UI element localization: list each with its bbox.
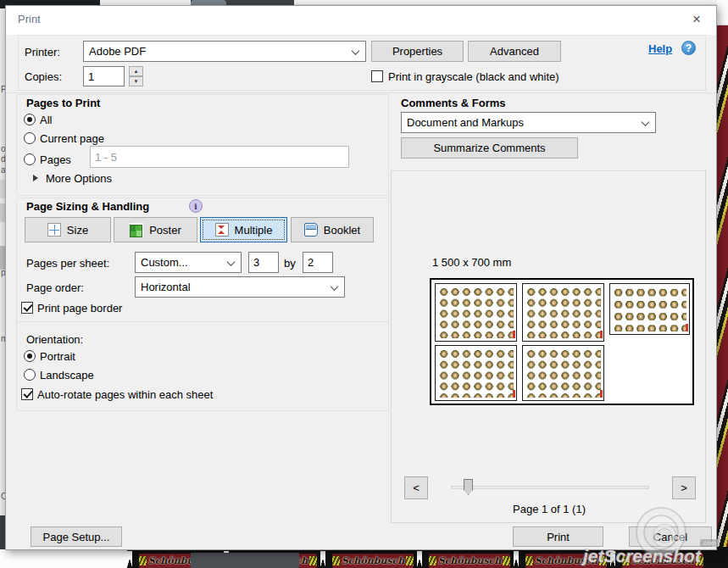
preview-page: [609, 283, 690, 335]
print-dialog: Print × Printer: Adobe PDF Properties Ad…: [5, 5, 717, 550]
label-deco: [309, 556, 317, 565]
red-mark: [513, 331, 515, 338]
chevron-down-icon: [227, 258, 236, 266]
watermark-com: .com: [700, 539, 718, 547]
grayscale-label: Print in grayscale (black and white): [388, 70, 559, 83]
prev-page-button[interactable]: <: [404, 476, 428, 499]
orientation-header: Orientation:: [26, 333, 83, 346]
grid-y-input[interactable]: 2: [303, 252, 333, 273]
portrait-label: Portrait: [40, 350, 75, 363]
help-link[interactable]: Help: [648, 42, 672, 55]
booklet-icon: [304, 223, 318, 237]
printer-label: Printer:: [25, 46, 60, 58]
divider: [6, 92, 716, 93]
page-setup-button[interactable]: Page Setup...: [31, 526, 122, 547]
label-deco: [406, 556, 414, 565]
chevron-down-icon: [642, 118, 650, 126]
more-options-toggle[interactable]: More Options: [46, 172, 112, 185]
print-border-checkbox[interactable]: [21, 302, 33, 314]
red-mark: [686, 324, 688, 331]
all-radio[interactable]: [24, 114, 36, 125]
preview-sheet: [430, 278, 694, 405]
landscape-radio[interactable]: [24, 369, 36, 381]
label-separator: [320, 551, 325, 568]
label-deco: [429, 556, 436, 565]
sizing-header: Page Sizing & Handling: [26, 200, 149, 213]
size-button[interactable]: Size: [25, 217, 111, 242]
printer-select[interactable]: Adobe PDF: [83, 41, 366, 62]
help-icon[interactable]: ?: [681, 41, 696, 55]
poster-icon: [130, 223, 143, 237]
copies-spin-down[interactable]: ▼: [129, 76, 143, 86]
dialog-title: Print: [18, 13, 41, 25]
info-icon[interactable]: i: [189, 199, 203, 213]
label-deco: [139, 556, 147, 565]
multiple-icon: [215, 223, 229, 237]
copies-label: Copies:: [25, 70, 62, 83]
background-bottom-left: [0, 549, 127, 568]
all-label: All: [40, 114, 52, 126]
close-icon[interactable]: ×: [687, 10, 706, 29]
divider: [16, 321, 389, 322]
page-order-select[interactable]: Horizontal: [135, 276, 345, 298]
current-page-label: Current page: [40, 132, 104, 145]
label-separator: [514, 551, 519, 568]
sheet-size-label: 1 500 x 700 mm: [432, 256, 511, 269]
pages-per-sheet-select[interactable]: Custom...: [135, 252, 242, 273]
next-page-button[interactable]: >: [672, 476, 696, 499]
landscape-label: Landscape: [40, 369, 94, 381]
chevron-down-icon: [331, 282, 339, 291]
advanced-button[interactable]: Advanced: [468, 41, 561, 62]
preview-panel: 1 500 x 700 mm < > Page 1 of 1 (1): [391, 170, 706, 523]
portrait-radio[interactable]: [24, 350, 36, 362]
auto-rotate-label: Auto-rotate pages within each sheet: [37, 388, 213, 401]
page-range-input[interactable]: 1 - 5: [90, 146, 349, 168]
copies-input[interactable]: 1: [83, 66, 125, 86]
background-taskbar-fragment: [191, 553, 299, 568]
label-deco: [525, 556, 533, 565]
label-text: Schönbusch: [342, 555, 405, 566]
expand-arrow-icon: [33, 175, 38, 181]
grid-x-input[interactable]: 3: [248, 252, 279, 273]
booklet-button[interactable]: Booklet: [291, 217, 374, 242]
pages-per-sheet-label: Pages per sheet:: [26, 257, 109, 270]
copies-spin-up[interactable]: ▲: [129, 66, 143, 76]
label-deco: [332, 556, 340, 565]
current-page-radio[interactable]: [24, 132, 36, 144]
red-mark: [600, 331, 603, 338]
preview-page: [435, 345, 517, 401]
multiple-button[interactable]: Multiple: [200, 217, 287, 242]
by-label: by: [284, 257, 296, 270]
red-mark: [513, 390, 515, 398]
page-slider-track[interactable]: [451, 486, 649, 489]
page-order-label: Page order:: [26, 281, 84, 294]
preview-page: [522, 283, 604, 342]
print-button[interactable]: Print: [513, 526, 603, 547]
beer-label: Schönbusch: [332, 554, 414, 568]
page-thumbnails: [613, 287, 686, 331]
page-thumbnails: [438, 348, 514, 398]
printer-value: Adobe PDF: [89, 45, 146, 58]
label-separator: [127, 551, 132, 568]
page-thumbnails: [438, 287, 514, 338]
properties-button[interactable]: Properties: [371, 41, 464, 62]
page-slider-thumb[interactable]: [464, 479, 473, 495]
dialog-titlebar: Print ×: [6, 6, 716, 35]
beer-label: Schönbusch: [429, 554, 510, 568]
summarize-comments-button[interactable]: Summarize Comments: [401, 137, 578, 159]
page-thumbnails: [525, 287, 601, 338]
comments-select[interactable]: Document and Markups: [401, 112, 656, 133]
size-icon: [47, 223, 61, 237]
auto-rotate-checkbox[interactable]: [21, 388, 33, 400]
chevron-down-icon: [352, 47, 360, 55]
poster-button[interactable]: Poster: [114, 217, 197, 242]
background-document-right-edge: [717, 0, 728, 568]
pages-label: Pages: [40, 153, 71, 166]
page-counter: Page 1 of 1 (1): [473, 503, 625, 515]
label-separator: [417, 551, 422, 568]
grayscale-checkbox[interactable]: [371, 70, 383, 82]
comments-header: Comments & Forms: [401, 97, 506, 109]
pages-radio[interactable]: [24, 153, 36, 165]
watermark-text: jetScreenshot: [583, 546, 728, 566]
preview-page: [435, 283, 517, 342]
